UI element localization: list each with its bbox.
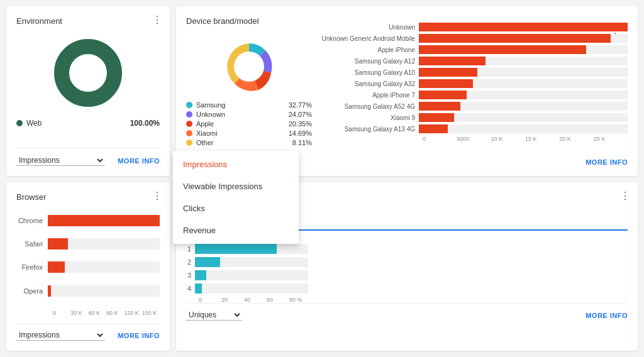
device-legend-dot-other xyxy=(186,140,192,146)
hbar-apple-iphone: Apple iPhone xyxy=(318,45,628,54)
vbar-fill-opera xyxy=(48,285,51,297)
vbar-track-opera xyxy=(48,285,160,297)
device-legend-label-apple: Apple xyxy=(196,120,289,128)
device-legend-dot-samsung xyxy=(186,102,192,108)
hbar-fill-samsung-a52 xyxy=(419,102,460,111)
freq-bar-track-2 xyxy=(195,257,308,267)
freq-bar-1: 1 xyxy=(186,244,628,254)
hbar-track-samsung-a32 xyxy=(419,79,628,88)
vbar-label-chrome: Chrome xyxy=(16,217,48,224)
device-legend-apple: Apple 20.35% xyxy=(186,120,312,128)
hbar-samsung-a12: Samsung Galaxy A12 xyxy=(318,57,628,65)
freq-bar-num-4: 4 xyxy=(186,285,195,292)
freq-bar-fill-3 xyxy=(195,270,206,280)
vbar-safari: Safari xyxy=(16,238,160,250)
browser-axis-0: 0 xyxy=(53,310,70,316)
hbar-track-samsung-a52 xyxy=(419,102,628,111)
browser-metric-dropdown[interactable]: Impressions Viewable Impressions Clicks … xyxy=(16,330,105,341)
freq-bar-2: 2 xyxy=(186,257,628,267)
hbar-unknown-generic: Unknown Generic Android Mobile xyxy=(318,34,628,43)
hbar-samsung-a32: Samsung Galaxy A32 xyxy=(318,79,628,88)
hbar-axis-5k: 5000 xyxy=(457,136,491,142)
device-legend-label-samsung: Samsung xyxy=(196,101,289,109)
browser-axis-30k: 30 K xyxy=(70,310,88,316)
dropdown-item-impressions[interactable]: Impressions xyxy=(173,153,299,175)
frequency-axis: 0 20 40 60 80 % xyxy=(199,297,312,303)
environment-card: Environment ⋮ Web 100.00% Impressions Vi… xyxy=(6,6,170,176)
browser-bar-chart: Chrome Safari Firefox Opera 0 30 K 60 K … xyxy=(16,208,160,323)
vbar-label-safari: Safari xyxy=(16,240,48,248)
browser-title: Browser xyxy=(16,192,160,202)
hbar-apple-iphone7: Apple iPhone 7 xyxy=(318,91,628,99)
vbar-track-safari xyxy=(48,238,160,250)
hbar-xiaomi9: Xiaomi 9 xyxy=(318,113,628,122)
hbar-axis-10k: 10 K xyxy=(491,136,525,142)
freq-bar-num-3: 3 xyxy=(186,272,195,279)
freq-bar-num-2: 2 xyxy=(186,258,195,266)
vbar-track-firefox xyxy=(48,261,160,273)
hbar-track-unknown xyxy=(419,23,628,31)
hbar-axis-15k: 15 K xyxy=(525,136,559,142)
hbar-samsung-a52: Samsung Galaxy A52 4G xyxy=(318,102,628,111)
hbar-samsung-a13: Samsung Galaxy A13 4G xyxy=(318,124,628,133)
frequency-more-info[interactable]: MORE INFO xyxy=(586,312,628,319)
device-legend-xiaomi: Xiaomi 14.69% xyxy=(186,129,312,137)
frequency-footer: Uniques Impressions MORE INFO xyxy=(186,303,628,321)
hbar-track-samsung-a10 xyxy=(419,68,628,77)
freq-bar-fill-2 xyxy=(195,257,220,267)
environment-more-info[interactable]: MORE INFO xyxy=(118,157,160,165)
freq-bar-3: 3 xyxy=(186,270,628,280)
hbar-fill-unknown xyxy=(419,23,628,31)
hbar-label-unknown-generic: Unknown Generic Android Mobile xyxy=(318,35,419,42)
hbar-fill-samsung-a10 xyxy=(419,68,477,77)
frequency-metric-dropdown[interactable]: Uniques Impressions xyxy=(186,310,242,321)
environment-donut xyxy=(16,38,160,107)
hbar-label-samsung-a32: Samsung Galaxy A32 xyxy=(318,80,419,87)
device-brand-title: Device brand/model xyxy=(186,16,312,26)
device-legend-dot-unknown xyxy=(186,111,192,118)
dropdown-item-clicks[interactable]: Clicks xyxy=(173,197,299,219)
svg-point-2 xyxy=(234,52,264,82)
vbar-track-chrome xyxy=(48,215,160,226)
hbar-track-apple-iphone7 xyxy=(419,91,628,99)
hbar-track-samsung-a13 xyxy=(419,124,628,133)
device-brand-bar-chart: Unknown Unknown Generic Android Mobile A… xyxy=(318,23,628,156)
frequency-bar-chart: 1 2 3 4 0 20 40 60 80 % xyxy=(186,244,628,303)
environment-metric-dropdown[interactable]: Impressions Viewable Impressions Clicks … xyxy=(16,155,105,166)
environment-menu-icon[interactable]: ⋮ xyxy=(152,14,162,26)
hbar-track-samsung-a12 xyxy=(419,57,628,65)
browser-more-info[interactable]: MORE INFO xyxy=(118,332,160,339)
freq-bar-track-4 xyxy=(195,283,308,294)
hbar-fill-apple-iphone xyxy=(419,45,586,54)
dropdown-item-viewable[interactable]: Viewable Impressions xyxy=(173,175,299,197)
vbar-label-opera: Opera xyxy=(16,287,48,295)
hbar-track-apple-iphone xyxy=(419,45,628,54)
hbar-samsung-a10: Samsung Galaxy A10 xyxy=(318,68,628,77)
browser-menu-icon[interactable]: ⋮ xyxy=(152,190,162,202)
browser-axis-150k: 150 K xyxy=(142,310,160,316)
frequency-menu-icon[interactable]: ⋮ xyxy=(620,190,630,202)
env-legend-label-web: Web xyxy=(26,119,130,128)
hbar-fill-xiaomi9 xyxy=(419,113,454,122)
device-legend-label-other: Other xyxy=(196,139,292,146)
device-legend-dot-apple xyxy=(186,121,192,127)
device-brand-donut xyxy=(186,38,312,95)
browser-axis: 0 30 K 60 K 90 K 120 K 150 K xyxy=(53,310,160,316)
hbar-axis-0: 0 xyxy=(423,136,457,142)
hbar-label-apple-iphone: Apple iPhone xyxy=(318,47,419,53)
dropdown-overlay-menu: Impressions Viewable Impressions Clicks … xyxy=(173,151,299,244)
dashboard: Environment ⋮ Web 100.00% Impressions Vi… xyxy=(0,0,644,357)
vbar-opera: Opera xyxy=(16,285,160,297)
environment-title: Environment xyxy=(16,16,160,26)
device-brand-right: ⋮ Unknown Unknown Generic Android Mobile… xyxy=(318,16,628,166)
freq-axis-60: 60 xyxy=(267,297,289,303)
dropdown-item-revenue[interactable]: Revenue xyxy=(173,219,299,241)
vbar-fill-chrome xyxy=(48,215,160,226)
hbar-axis: 0 5000 10 K 15 K 20 K 25 K xyxy=(423,136,628,142)
freq-axis-40: 40 xyxy=(244,297,267,303)
hbar-fill-samsung-a13 xyxy=(419,124,448,133)
hbar-label-samsung-a12: Samsung Galaxy A12 xyxy=(318,58,419,65)
freq-bar-fill-1 xyxy=(195,244,277,254)
hbar-label-unknown: Unknown xyxy=(318,24,419,31)
device-brand-more-info[interactable]: MORE INFO xyxy=(586,158,628,166)
